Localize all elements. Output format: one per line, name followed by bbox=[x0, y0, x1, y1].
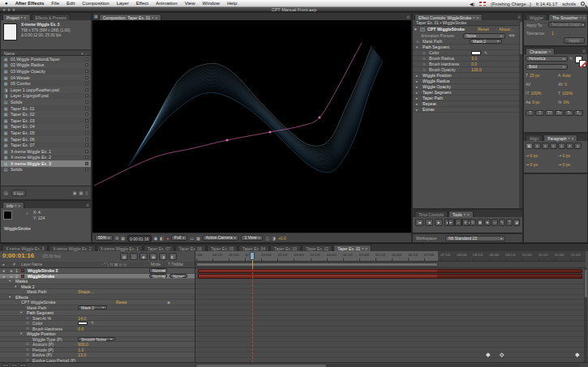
workspace-select[interactable]: N6 Standard 23 bbox=[445, 236, 505, 241]
effect-property-row[interactable]: ▸Wiggle Position bbox=[413, 73, 519, 79]
tab-taper-ex-05[interactable]: Taper Ex. 05 bbox=[207, 245, 238, 251]
tab-taper-ex-07[interactable]: Taper Ex. 07 bbox=[144, 245, 174, 251]
resolution-select[interactable]: Full bbox=[171, 235, 187, 241]
twirl-icon[interactable]: ▸ bbox=[416, 84, 418, 90]
twirl-icon[interactable]: ▸ bbox=[416, 73, 418, 79]
project-item[interactable]: ◨Layer 1/gorgioff.psd bbox=[1, 93, 91, 100]
tab-project[interactable]: Project bbox=[2, 14, 31, 20]
vertical-scale-field[interactable]: IT100% bbox=[526, 91, 541, 96]
tab-x-treme-wiggle-ex-2[interactable]: X-treme Wiggle Ex. 2 bbox=[49, 245, 95, 251]
tab-taper-ex-06[interactable]: Taper Ex. 06 bbox=[175, 245, 206, 251]
stopwatch-icon[interactable]: ⊙ bbox=[423, 67, 426, 73]
layer-mode-select[interactable]: Normal bbox=[149, 274, 167, 279]
menu-animation[interactable]: Animation bbox=[156, 0, 178, 7]
timeline-header-icon-0[interactable]: ▦ bbox=[120, 253, 128, 260]
effect-property-row[interactable]: ▸Repeat bbox=[413, 101, 519, 107]
bit-depth-button[interactable]: 8 bpc bbox=[11, 190, 26, 196]
faux-style-button-4[interactable]: T¹ bbox=[564, 110, 573, 116]
timeline-header-icon-5[interactable]: ◧ bbox=[169, 253, 177, 260]
property-value[interactable]: 0.0 bbox=[471, 62, 477, 67]
volume-icon[interactable]: ◀) bbox=[470, 2, 474, 6]
menu-after-effects[interactable]: After Effects bbox=[15, 0, 45, 7]
stopwatch-icon[interactable]: ⊙ bbox=[423, 56, 426, 62]
timeline-header-icon-2[interactable]: ◆ bbox=[139, 253, 148, 260]
fx-badge-icon[interactable]: fx bbox=[420, 28, 425, 32]
timeline-column-divider[interactable] bbox=[195, 251, 195, 363]
effect-property-row[interactable]: ▾Path Segment bbox=[413, 45, 519, 50]
pen-tool[interactable]: ✎ bbox=[499, 219, 505, 226]
align-button-2[interactable]: ≡ bbox=[542, 143, 549, 149]
layer-color-chip[interactable] bbox=[21, 269, 24, 272]
effect-name[interactable]: CPT WiggleStroke bbox=[427, 26, 465, 32]
align-button-1[interactable]: ≡ bbox=[534, 143, 541, 149]
snapshot-icon[interactable]: ▣ bbox=[154, 236, 158, 241]
project-item[interactable]: ▦04 Wetale bbox=[1, 75, 91, 81]
viewer-timecode[interactable]: 0:00:01:16 bbox=[127, 235, 152, 241]
preset-prev-next-icons[interactable]: ◀ ▶ bbox=[509, 32, 515, 39]
apply-button[interactable]: Apply bbox=[564, 37, 585, 44]
property-value[interactable]: 3.0 bbox=[471, 56, 477, 62]
indent-field-3[interactable]: ⇥ 0 px bbox=[558, 162, 570, 167]
composition-canvas[interactable] bbox=[92, 20, 411, 233]
project-item[interactable]: ▦Taper Ex. 03 bbox=[1, 117, 91, 124]
project-item[interactable]: ▦02 Wiggle Radius bbox=[1, 62, 91, 69]
tab-the-smoother[interactable]: The Smoother bbox=[548, 14, 587, 20]
tab-close-icon[interactable] bbox=[572, 135, 574, 142]
selection-tool[interactable]: ► bbox=[448, 219, 454, 226]
mask-vertex-handle[interactable] bbox=[319, 117, 321, 119]
indent-field-0[interactable]: ⇥ 0 px bbox=[526, 153, 538, 158]
stopwatch-icon[interactable]: ⊙ bbox=[423, 62, 426, 67]
stroke-color-swatch[interactable] bbox=[579, 60, 586, 67]
effect-property-row[interactable]: ⊙Brush Opacity100.0 bbox=[413, 67, 519, 73]
twirl-icon[interactable]: ▸ bbox=[416, 107, 418, 113]
project-item[interactable]: ▦Taper Ex. 04 bbox=[1, 124, 91, 130]
align-button-5[interactable]: ≡ bbox=[566, 143, 573, 149]
panel-menu-icon[interactable]: ≣ bbox=[406, 14, 410, 20]
font-family-select[interactable]: Helvetica bbox=[526, 56, 568, 62]
trkmat-column-header[interactable]: T TrkMat bbox=[168, 262, 183, 268]
tab-wiggler[interactable]: Wiggler bbox=[526, 14, 547, 20]
tab-effects-presets[interactable]: Effects & Presets bbox=[32, 14, 71, 20]
faux-style-button-0[interactable]: T bbox=[526, 110, 534, 116]
align-button-6[interactable]: ≡ bbox=[574, 143, 582, 149]
menu-window[interactable]: Window bbox=[203, 0, 220, 7]
project-item[interactable]: ▦Taper Ex. 01 bbox=[1, 105, 91, 112]
menu-layer[interactable]: Layer bbox=[117, 0, 129, 7]
tsume-field[interactable]: %0% bbox=[558, 100, 569, 105]
effect-about-link[interactable]: About... bbox=[499, 26, 513, 32]
expand-transfer-controls-toggle[interactable] bbox=[11, 364, 18, 367]
property-dropdown[interactable]: Mask 2 bbox=[470, 39, 502, 44]
color-swatch[interactable] bbox=[471, 51, 481, 55]
current-time-display[interactable]: 0:00:01:16 bbox=[2, 252, 34, 259]
tab-time-controls[interactable]: Time Controls bbox=[414, 211, 448, 217]
timeline-header-icon-3[interactable]: ▣ bbox=[149, 253, 157, 260]
align-button-4[interactable]: ≡ bbox=[558, 143, 565, 149]
view-layout-select[interactable]: 1 View bbox=[241, 235, 263, 241]
menu-effect[interactable]: Effect bbox=[136, 0, 148, 7]
project-item[interactable]: ▦Taper Ex. 07 bbox=[1, 142, 91, 148]
tab-x-treme-wiggle-ex-1[interactable]: X-treme Wiggle Ex. 1 bbox=[97, 245, 143, 251]
expand-in-out-toggle[interactable] bbox=[19, 364, 27, 367]
interpret-footage-icon[interactable]: ▤ bbox=[4, 190, 8, 195]
mask-vertex-handle[interactable] bbox=[269, 131, 272, 134]
indent-field-1[interactable]: ⇥ 0 px bbox=[558, 153, 570, 158]
expand-av-features-toggle[interactable] bbox=[2, 364, 9, 367]
effect-reset-link[interactable]: Reset bbox=[478, 26, 489, 32]
animation-presets-select[interactable]: None bbox=[463, 33, 505, 39]
timeline-vertical-scrollbar[interactable] bbox=[584, 268, 587, 363]
mask-visibility-icon[interactable]: ▦ bbox=[121, 236, 125, 241]
timeline-header-icon-4[interactable]: ◨ bbox=[159, 253, 167, 260]
layer-duration-bar[interactable] bbox=[198, 274, 582, 279]
project-item[interactable]: ▦Taper Ex. 06 bbox=[1, 136, 91, 143]
property-dropdown[interactable]: Smooth Noise bbox=[78, 337, 115, 342]
timeline-header-icon-1[interactable]: ◫ bbox=[130, 253, 138, 260]
project-item[interactable]: ▦Taper Ex. 02 bbox=[1, 111, 91, 117]
tab-close-icon[interactable] bbox=[24, 15, 27, 21]
tab-taper-ex-02[interactable]: Taper Ex. 02 bbox=[302, 245, 333, 251]
baseline-shift-field[interactable]: Aa0 px bbox=[526, 100, 540, 105]
menu-composition[interactable]: Composition bbox=[82, 0, 109, 7]
tab-taper-ex-01[interactable]: Taper Ex. 01 bbox=[333, 245, 371, 251]
play-button[interactable]: ▶ bbox=[435, 219, 443, 226]
tab-paragraph[interactable]: Paragraph bbox=[543, 134, 577, 141]
twirl-icon[interactable]: ▸ bbox=[416, 101, 418, 107]
